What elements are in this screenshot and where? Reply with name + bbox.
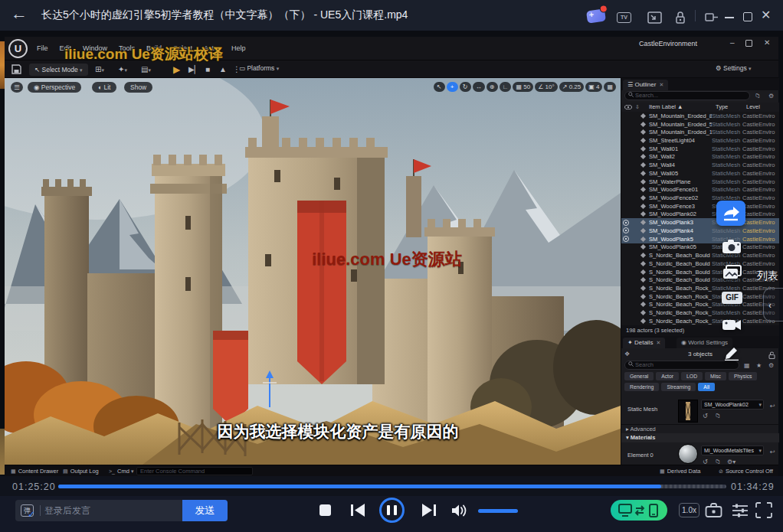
scale-tool-icon[interactable]: ↔ xyxy=(473,82,485,92)
filter-chip[interactable]: General xyxy=(624,372,654,380)
pause-button[interactable] xyxy=(379,498,405,523)
cinematics-icon[interactable]: ▤▾ xyxy=(141,64,151,77)
ue-close-icon[interactable]: ✕ xyxy=(764,38,770,47)
static-mesh-thumbnail[interactable] xyxy=(678,400,698,423)
album-images-icon[interactable] xyxy=(722,265,742,279)
details-search-input[interactable]: Search xyxy=(624,361,739,370)
outliner-search-input[interactable]: Search... xyxy=(624,91,750,100)
toolbox-icon[interactable] xyxy=(705,502,722,518)
maximize-viewport-icon[interactable]: ▦ xyxy=(604,82,616,92)
viewport[interactable]: ☰ ◉ Perspective ◐ Lit Show ↖ + ↻ ↔ ⊕ ∟ ▦… xyxy=(5,78,621,465)
world-space-icon[interactable]: ⊕ xyxy=(487,82,498,92)
reset-property-icon[interactable]: ↩ xyxy=(770,403,775,410)
find-in-browser-icon[interactable]: 📁︎ xyxy=(715,413,721,419)
outliner-row[interactable]: S_Nordic_Beach_Rock_ StaticMesh CastleEn… xyxy=(621,292,779,301)
col-item-label[interactable]: Item Label ▲ xyxy=(649,103,683,112)
outliner-row[interactable]: S_Nordic_Beach_Rock_ StaticMesh CastleEn… xyxy=(621,301,779,309)
filter-chip[interactable]: All xyxy=(698,383,715,391)
col-type[interactable]: Type xyxy=(716,103,728,112)
static-mesh-combo[interactable]: SM_WoodPlank02▾ xyxy=(701,400,764,410)
screenshot-camera-icon[interactable] xyxy=(722,239,742,254)
danmaku-input[interactable] xyxy=(44,500,152,521)
stop-button[interactable] xyxy=(319,504,331,516)
settings-sliders-icon[interactable] xyxy=(732,503,749,517)
game-center-icon[interactable] xyxy=(586,8,606,23)
move-tool-icon[interactable]: + xyxy=(447,82,458,92)
filter-chip[interactable]: Rendering xyxy=(624,383,659,391)
outliner-row[interactable]: SM_WoodFence01 StaticMesh CastleEnviro xyxy=(621,185,779,194)
derived-data-button[interactable]: ▦Derived Data xyxy=(660,465,700,476)
material-thumbnail[interactable] xyxy=(678,444,698,464)
show-dropdown[interactable]: Show xyxy=(124,82,152,93)
source-control-button[interactable]: ⊘Source Control Off xyxy=(719,465,773,476)
outliner-row[interactable]: SM_Wall4 StaticMesh CastleEnviro xyxy=(621,161,779,169)
ue-maximize-icon[interactable] xyxy=(745,40,752,47)
select-tool-icon[interactable]: ↖ xyxy=(434,82,445,92)
perspective-dropdown[interactable]: ◉ Perspective xyxy=(28,82,81,93)
favorites-star-icon[interactable]: ★ xyxy=(756,362,762,369)
lock-icon[interactable] xyxy=(675,11,686,24)
cmd-dropdown[interactable]: >_Cmd ▾ xyxy=(109,465,133,476)
new-folder-icon[interactable]: 📁︎ xyxy=(755,93,761,100)
outliner-row[interactable]: SM_WoodPlank4 StaticMesh CastleEnviro xyxy=(621,227,779,235)
fullscreen-icon[interactable] xyxy=(755,502,772,518)
outliner-row[interactable]: SM_Mountain_Eroded_5 StaticMesh CastleEn… xyxy=(621,120,779,129)
unlock-icon[interactable] xyxy=(768,351,775,359)
outliner-row[interactable]: SM_Wall05 StaticMesh CastleEnviro xyxy=(621,169,779,178)
outliner-row[interactable]: S_Nordic_Beach_Rock_ StaticMesh CastleEn… xyxy=(621,308,779,317)
visibility-eye-icon[interactable] xyxy=(623,220,631,226)
video-record-icon[interactable] xyxy=(722,318,742,331)
outliner-row[interactable]: SM_Wall2 StaticMesh CastleEnviro xyxy=(621,153,779,162)
outliner-row[interactable]: SM_WoodPlank3 StaticMesh CastleEnviro xyxy=(621,218,779,227)
outliner-row[interactable]: S_Nordic_Beach_Bould StaticMesh CastleEn… xyxy=(621,268,779,276)
col-level[interactable]: Level xyxy=(746,103,760,112)
grid-view-icon[interactable]: ▦ xyxy=(744,362,750,369)
gif-record-icon[interactable]: GIF xyxy=(722,292,742,304)
playback-speed-button[interactable]: 1.0x xyxy=(679,503,699,517)
outliner-row[interactable]: SM_WoodPlank05 StaticMesh CastleEnviro xyxy=(621,243,779,252)
play-icon[interactable]: ▶ xyxy=(173,64,180,76)
viewport-menu-icon[interactable]: ☰ xyxy=(11,82,23,93)
next-button[interactable] xyxy=(422,504,436,517)
stop-icon[interactable]: ■ xyxy=(205,64,210,76)
outliner-row[interactable]: SM_WoodPlank5 StaticMesh CastleEnviro xyxy=(621,235,779,243)
cast-device-button[interactable] xyxy=(611,500,667,521)
camera-speed-toggle[interactable]: ▣ 4 xyxy=(585,82,602,92)
console-command-input[interactable]: Enter Console Command xyxy=(136,467,253,475)
close-tab-icon[interactable]: ✕ xyxy=(656,340,660,345)
browse-asset-icon[interactable]: ↺ xyxy=(703,413,708,419)
tab-details[interactable]: ✦ Details✕ xyxy=(623,338,665,348)
tv-cast-icon[interactable]: TV xyxy=(617,12,631,23)
previous-button[interactable] xyxy=(351,504,365,517)
platforms-dropdown[interactable]: ▭ Platforms ▾ xyxy=(239,64,279,72)
outliner-row[interactable]: S_Nordic_Beach_Rock_ StaticMesh CastleEn… xyxy=(621,284,779,292)
menu-item[interactable]: File xyxy=(37,44,48,52)
materials-section[interactable]: ▾ Materials xyxy=(621,433,779,442)
content-drawer-button[interactable]: ▦Content Drawer xyxy=(11,465,58,476)
close-tab-icon[interactable]: ✕ xyxy=(659,82,663,87)
tab-outliner[interactable]: ☰ Outliner✕ xyxy=(623,80,668,90)
outliner-row[interactable]: S_Nordic_Beach_Bould StaticMesh CastleEn… xyxy=(621,251,779,259)
material-combo[interactable]: MI_WoodMetalsTiles▾ xyxy=(701,446,764,455)
skip-icon[interactable]: ▶▏ xyxy=(188,64,200,76)
rotate-tool-icon[interactable]: ↻ xyxy=(460,82,471,92)
scale-snap-toggle[interactable]: ↗ 0.25 xyxy=(559,82,585,92)
visibility-eye-icon[interactable] xyxy=(623,236,631,242)
select-mode-dropdown[interactable]: ↖ Select Mode ▾ xyxy=(29,64,88,76)
outliner-row[interactable]: SM_Mountain_Eroded_8 StaticMesh CastleEn… xyxy=(621,112,779,120)
share-button[interactable] xyxy=(716,201,745,226)
save-icon[interactable] xyxy=(11,64,21,74)
filter-chip[interactable]: LOD xyxy=(681,372,703,380)
outliner-row[interactable]: SM_WoodPlank02 StaticMesh CastleEnviro xyxy=(621,211,779,219)
playlist-tab-label[interactable]: 列表 xyxy=(757,269,778,283)
lit-dropdown[interactable]: ◐ Lit xyxy=(92,82,116,93)
seek-bar[interactable] xyxy=(58,485,726,488)
visibility-column-icon[interactable] xyxy=(624,105,632,109)
maximize-icon[interactable] xyxy=(743,12,752,21)
filter-chip[interactable]: Misc xyxy=(705,372,726,380)
filter-chip[interactable]: Streaming xyxy=(661,383,696,391)
outliner-row[interactable]: SM_Mountain_Eroded_1 StaticMesh CastleEn… xyxy=(621,128,779,136)
outliner-row[interactable]: SM_WoodFence02 StaticMesh CastleEnviro xyxy=(621,194,779,202)
outliner-row[interactable]: SM_Wall01 StaticMesh CastleEnviro xyxy=(621,145,779,153)
eject-icon[interactable]: ▲ xyxy=(219,64,227,76)
